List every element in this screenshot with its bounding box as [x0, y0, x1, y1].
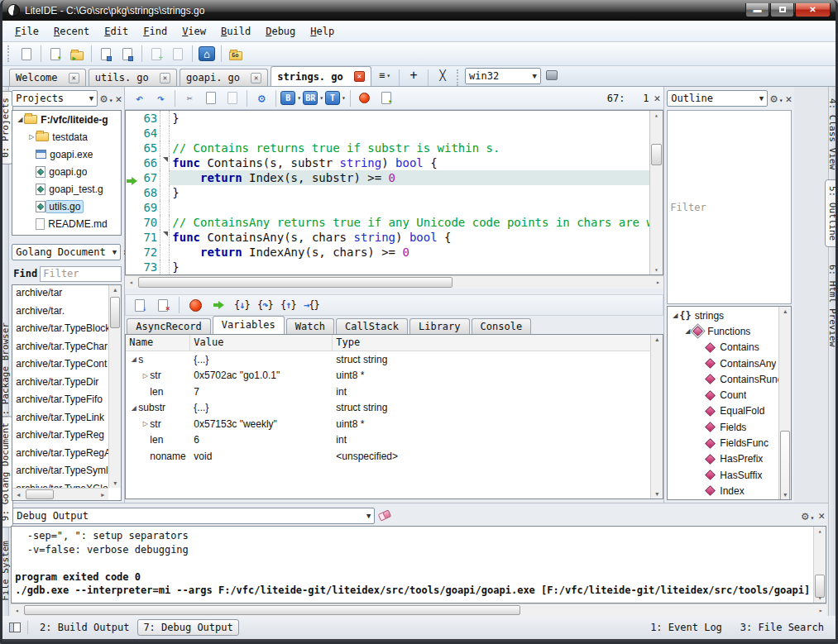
status--debug-output[interactable]: 7: Debug Output — [137, 619, 238, 636]
menu-build[interactable]: Build — [213, 23, 258, 40]
variable-row[interactable]: ◢s{...}struct string — [126, 351, 650, 368]
tree-item-goapi-exe[interactable]: goapi.exe — [12, 145, 121, 163]
outline-item-equalfold[interactable]: EqualFold — [668, 403, 778, 419]
tree-item-utils-go[interactable]: utils.go — [12, 198, 121, 215]
tab-close-icon[interactable]: ✕ — [160, 73, 170, 83]
step-over-icon[interactable]: {↷} — [255, 295, 275, 315]
menu-edit[interactable]: Edit — [97, 23, 136, 40]
close-all-icon[interactable]: ╳ — [433, 65, 453, 85]
outline-item-index[interactable]: Index — [668, 483, 778, 499]
doc-list-item[interactable]: archive/tar.TypeChar — [16, 341, 108, 359]
debug-tab-console[interactable]: Console — [472, 318, 532, 334]
tree-expander-icon[interactable]: ◢ — [129, 404, 138, 412]
dock-tab-8-package-browser[interactable]: 8: Package Browser — [0, 317, 12, 427]
tree-item-goapi-go[interactable]: goapi.go — [12, 163, 121, 180]
doc-list-vscrollbar[interactable]: ▴ ▾ — [108, 285, 121, 488]
menu-find[interactable]: Find — [136, 23, 175, 40]
tab-Welcome[interactable]: Welcome ✕ — [9, 69, 86, 86]
tree-expander-icon[interactable]: ▷ — [141, 420, 150, 427]
dock-tab-4-class-view[interactable]: 4: Class View — [826, 93, 838, 175]
menu-recent[interactable]: Recent — [46, 23, 97, 40]
tree-item-goapi-test-g[interactable]: goapi_test.g — [12, 180, 121, 198]
step-out-icon[interactable]: {↑} — [278, 295, 298, 315]
tree-expander-icon[interactable]: ▷ — [141, 372, 150, 379]
minimize-button[interactable]: ▬ — [745, 3, 769, 17]
scroll-up-icon[interactable]: ▴ — [814, 527, 826, 535]
export-icon[interactable]: ▸ — [376, 88, 396, 108]
editor-hscrollbar[interactable]: ◂ ▸ — [125, 275, 663, 289]
outline-item-count[interactable]: Count — [668, 387, 778, 403]
redo-icon[interactable]: ↷ — [151, 88, 170, 108]
panel-gear-icon[interactable]: ⚙▾ — [770, 92, 783, 105]
panel-splitter[interactable] — [9, 236, 124, 241]
scroll-up-icon[interactable]: ▴ — [779, 308, 791, 315]
close-button[interactable]: ✕ — [795, 3, 831, 17]
variable-row[interactable]: nonamevoid<unspecified> — [126, 448, 650, 465]
column-header-name[interactable]: Name — [126, 335, 190, 351]
status--file-search[interactable]: 3: File Search — [735, 620, 829, 635]
doc-list-item[interactable]: archive/tar.TypeSymlink — [16, 465, 108, 483]
debug-tab-asyncrecord[interactable]: AsyncRecord — [127, 318, 210, 334]
scroll-down-icon[interactable]: ▾ — [651, 490, 663, 498]
save-all-icon[interactable] — [117, 44, 137, 64]
add-tab-icon[interactable]: + — [404, 65, 424, 85]
scroll-down-icon[interactable]: ▾ — [109, 479, 121, 487]
variable-row[interactable]: ◢substr{...}struct string — [126, 400, 650, 417]
outline-item-hasprefix[interactable]: HasPrefix — [668, 451, 778, 467]
clear-output-icon[interactable] — [378, 509, 391, 521]
panel-close-icon[interactable]: ✕ — [785, 93, 792, 105]
variable-row[interactable]: len6int — [126, 432, 650, 449]
breakpoint-icon[interactable] — [355, 88, 375, 108]
outline-item-contains[interactable]: Contains — [668, 340, 778, 355]
panel-close-icon[interactable]: ✕ — [818, 509, 825, 522]
variable-row[interactable]: len7int — [126, 384, 650, 400]
step-into-icon[interactable]: {↓} — [232, 295, 251, 315]
copy-icon[interactable] — [201, 88, 221, 108]
tab-close-icon[interactable]: ✕ — [354, 71, 365, 82]
dock-tab-6-html-preview[interactable]: 6: Html Preview — [826, 259, 838, 352]
code-line-69[interactable]: 69 — [126, 200, 649, 215]
tree-item-f-vfc-liteide-g[interactable]: ◢F:/vfc/liteide-g — [12, 111, 121, 128]
tab-close-icon[interactable]: ✕ — [69, 73, 79, 83]
outline-item-hassuffix[interactable]: HasSuffix — [668, 467, 778, 483]
scroll-up-icon[interactable]: ▴ — [650, 112, 662, 119]
target-combo[interactable]: win32▼ — [465, 68, 541, 84]
doc-browser-combo[interactable]: Golang Document ▼ — [12, 244, 121, 260]
tab-goapi-go[interactable]: goapi. go ✕ — [180, 69, 268, 86]
column-header-type[interactable]: Type — [333, 335, 663, 351]
panel-gear-icon[interactable]: ⚙▾ — [802, 509, 814, 522]
menu-view[interactable]: View — [175, 23, 213, 40]
block-edit-button[interactable]: B▾ — [280, 88, 301, 108]
variables-vscrollbar[interactable]: ▴ ▾ — [650, 335, 663, 499]
close-session-icon[interactable]: × — [153, 295, 173, 315]
tree-item-readme-md[interactable]: README.md — [12, 215, 121, 232]
reload-file-icon[interactable]: + — [146, 44, 166, 64]
outline-item-indexany[interactable]: IndexAny — [668, 499, 778, 500]
toggle-panels-icon[interactable] — [9, 623, 21, 632]
outline-item-functions[interactable]: ◢Functions — [668, 323, 778, 339]
doc-filter-input[interactable] — [40, 266, 122, 282]
build-config-button[interactable] — [542, 65, 562, 85]
scroll-down-icon[interactable]: ▾ — [650, 266, 662, 274]
editor-close-icon[interactable]: ✕ — [654, 92, 660, 104]
scroll-down-icon[interactable]: ▾ — [814, 594, 826, 602]
code-line-64[interactable]: 64 — [126, 126, 649, 141]
code-line-70[interactable]: 70// ContainsAny returns true if any Uni… — [126, 215, 649, 230]
scroll-up-icon[interactable]: ▴ — [651, 336, 663, 343]
outline-item-fieldsfunc[interactable]: FieldsFunc — [668, 435, 778, 451]
debug-tab-callstack[interactable]: CallStack — [336, 318, 408, 334]
panel-close-icon[interactable]: ✕ — [115, 93, 122, 105]
menu-debug[interactable]: Debug — [258, 23, 303, 40]
doc-list-item[interactable]: archive/tar.TypeDir — [16, 376, 108, 394]
outline-item-fields[interactable]: Fields — [668, 419, 778, 435]
open-file-icon[interactable]: ▸ — [45, 44, 65, 64]
outline-item-strings[interactable]: ◢{}strings — [668, 308, 778, 323]
code-line-66[interactable]: 66func Contains(s, substr string) bool { — [126, 155, 649, 170]
scroll-right-icon[interactable]: ▸ — [652, 279, 663, 286]
variable-row[interactable]: ▷str0x5702ac "go1.0.1"uint8 * — [126, 368, 650, 384]
edit-settings-gear-icon[interactable]: ⚙ — [251, 88, 271, 108]
scroll-left-icon[interactable]: ◂ — [12, 491, 24, 499]
save-file-icon[interactable] — [96, 44, 116, 64]
doc-list-item[interactable]: archive/tar.TypeFifo — [16, 394, 108, 412]
tree-item-testdata[interactable]: ▷testdata — [12, 128, 121, 145]
